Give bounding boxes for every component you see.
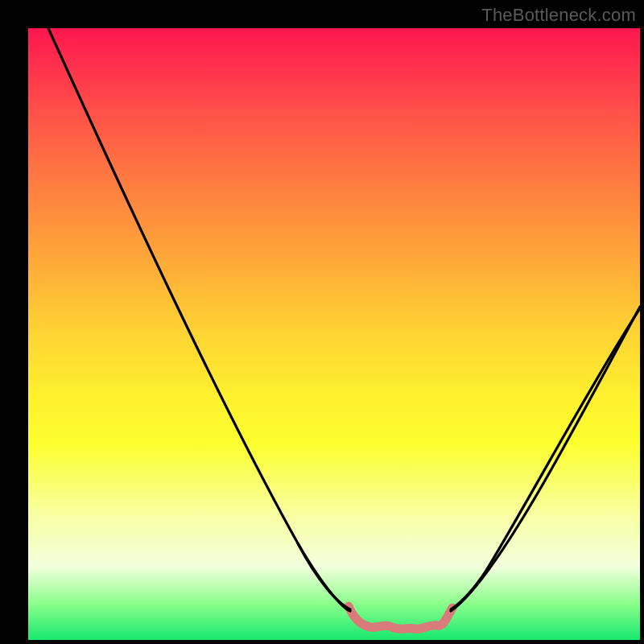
watermark-text: TheBottleneck.com — [481, 5, 636, 26]
chart-frame: TheBottleneck.com — [0, 0, 644, 644]
bottleneck-curve — [48, 28, 640, 611]
optimal-zone-highlight — [349, 606, 452, 629]
curve-right-branch — [487, 308, 640, 569]
curve-right-tail — [451, 569, 487, 609]
plot-area — [28, 28, 640, 640]
chart-svg — [28, 28, 640, 640]
curve-left-tail — [298, 543, 350, 609]
